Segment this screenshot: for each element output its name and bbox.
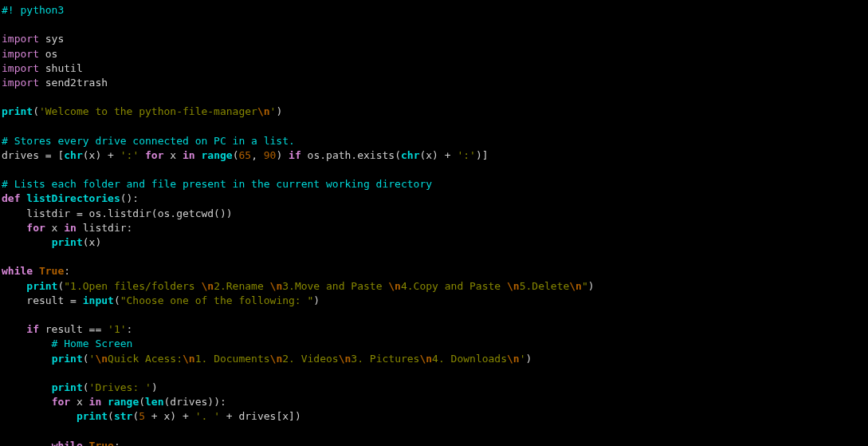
import-keyword: import: [2, 77, 39, 89]
comment: # Stores every drive connected on PC in …: [2, 135, 295, 147]
function-name: listDirectories: [26, 192, 120, 204]
module-name: shutil: [39, 62, 83, 74]
while-keyword: while: [2, 265, 33, 277]
code-editor[interactable]: #! python3 import sys import os import s…: [2, 3, 866, 446]
comment: # Home Screen: [2, 337, 132, 349]
module-name: os: [39, 48, 57, 60]
module-name: send2trash: [39, 77, 108, 89]
print-call: print: [2, 105, 33, 117]
import-keyword: import: [2, 62, 39, 74]
import-keyword: import: [2, 33, 39, 45]
def-keyword: def: [2, 192, 20, 204]
comment: # Lists each folder and file present in …: [2, 178, 432, 190]
module-name: sys: [39, 33, 64, 45]
shebang-line: #! python3: [2, 4, 64, 16]
import-keyword: import: [2, 48, 39, 60]
